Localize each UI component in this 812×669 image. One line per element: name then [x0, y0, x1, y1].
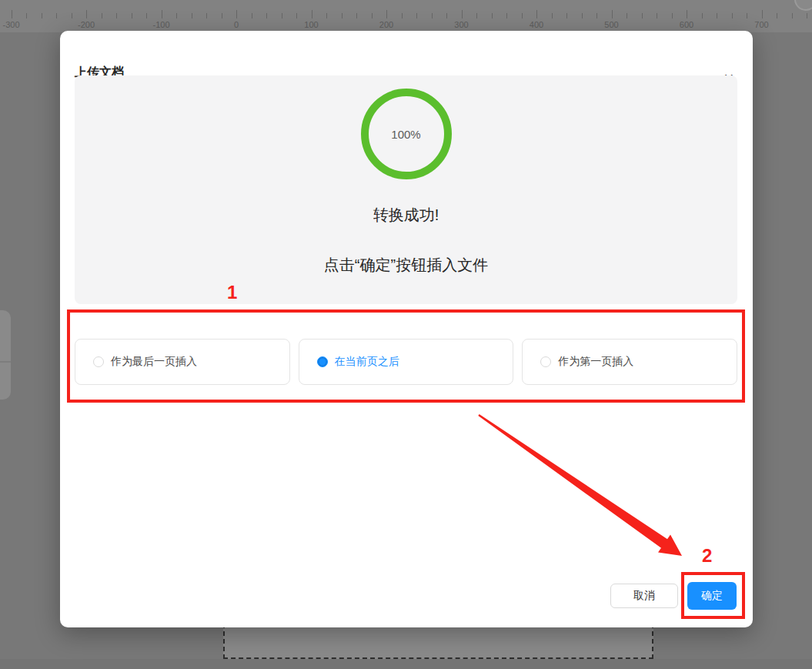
confirm-button[interactable]: 确定	[687, 582, 737, 610]
option-label: 在当前页之后	[335, 355, 399, 369]
ruler-tick	[476, 13, 477, 18]
ruler-tick	[282, 13, 282, 18]
ruler-tick	[807, 13, 807, 18]
ruler-tick	[522, 13, 523, 18]
ruler-tick-label: -100	[152, 20, 169, 29]
ruler-tick	[12, 10, 12, 18]
ruler-tick	[536, 10, 537, 18]
option-label: 作为第一页插入	[558, 355, 633, 369]
ruler-tick	[162, 10, 162, 18]
ruler-tick	[356, 13, 357, 18]
ruler-tick	[612, 10, 613, 18]
canvas-bottom-strip	[0, 659, 812, 669]
radio-icon[interactable]	[540, 356, 551, 367]
instruction-text: 点击“确定”按钮插入文件	[324, 255, 488, 276]
insert-option-last-page[interactable]: 作为最后一页插入	[75, 339, 290, 385]
ruler-tick	[627, 13, 627, 18]
ruler-tick	[192, 13, 192, 18]
conversion-result-panel: 100% 转换成功! 点击“确定”按钮插入文件	[75, 75, 737, 304]
ruler-tick	[56, 13, 57, 18]
ruler-tick	[132, 13, 132, 18]
ruler-tick	[342, 13, 343, 18]
ruler-tick	[312, 10, 312, 18]
ruler-tick-label: -300	[2, 20, 19, 29]
ruler-tick	[116, 13, 117, 18]
ruler-tick	[372, 13, 373, 18]
ruler-tick	[642, 13, 643, 18]
ruler-tick	[566, 13, 567, 18]
cancel-button[interactable]: 取消	[610, 584, 678, 608]
horizontal-ruler: -300-200-1000100200300400500600700	[0, 0, 812, 32]
ruler-tick	[266, 13, 267, 18]
progress-ring: 100%	[360, 88, 453, 180]
dialog-footer: 取消 确定	[610, 582, 737, 610]
ruler-tick	[326, 13, 327, 18]
ruler-tick	[657, 13, 657, 18]
ruler-tick-label: 200	[379, 20, 393, 29]
ruler-tick	[252, 13, 252, 18]
progress-percent: 100%	[360, 88, 453, 180]
ruler-tick	[462, 10, 463, 18]
ruler-tick	[747, 13, 747, 18]
left-panel-divider	[0, 361, 11, 363]
ruler-tick	[582, 13, 583, 18]
ruler-tick	[717, 13, 717, 18]
ruler-tick	[777, 13, 777, 18]
insert-option-first-page[interactable]: 作为第一页插入	[522, 339, 737, 385]
ruler-tick-label: 500	[604, 20, 618, 29]
ruler-tick	[432, 13, 433, 18]
ruler-tick	[176, 13, 177, 18]
ruler-tick	[552, 13, 553, 18]
ruler-tick	[236, 10, 237, 18]
insert-option-after-current[interactable]: 在当前页之后	[299, 339, 514, 385]
ruler-tick	[42, 13, 42, 18]
ruler-tick	[762, 10, 763, 18]
ruler-tick	[732, 13, 733, 18]
ruler-tick	[702, 13, 703, 18]
dialog-header: 上传文档 ✕	[60, 31, 753, 80]
ruler-tick	[26, 13, 27, 18]
left-panel-edge	[0, 310, 11, 400]
option-label: 作为最后一页插入	[111, 355, 197, 369]
ruler-tick	[296, 13, 297, 18]
ruler-tick-label: 400	[530, 20, 543, 29]
ruler-tick	[402, 13, 403, 18]
ruler-tick	[596, 13, 597, 18]
ruler-tick	[222, 13, 222, 18]
upload-document-dialog: 上传文档 ✕ 100% 转换成功! 点击“确定”按钮插入文件 插入位置选择 作为…	[60, 31, 753, 627]
ruler-tick	[206, 13, 207, 18]
ruler-tick	[446, 13, 447, 18]
ruler-tick	[102, 13, 102, 18]
ruler-tick	[416, 13, 417, 18]
radio-icon[interactable]	[93, 356, 104, 367]
ruler-tick-label: -200	[78, 20, 95, 29]
ruler-tick	[72, 13, 72, 18]
insert-position-options: 作为最后一页插入在当前页之后作为第一页插入	[75, 339, 737, 385]
ruler-tick	[506, 13, 507, 18]
ruler-tick	[792, 13, 793, 18]
ruler-tick-label: 0	[234, 20, 239, 29]
radio-icon[interactable]	[317, 356, 328, 367]
ruler-tick	[672, 13, 673, 18]
ruler-tick	[492, 13, 493, 18]
ruler-tick	[687, 10, 687, 18]
status-message: 转换成功!	[373, 205, 439, 226]
ruler-tick	[146, 13, 147, 18]
ruler-tick	[386, 10, 387, 18]
ruler-tick-label: 300	[454, 20, 468, 29]
ruler-tick-label: 600	[680, 20, 693, 29]
ruler-tick-label: 700	[754, 20, 768, 29]
ruler-tick-label: 100	[304, 20, 318, 29]
ruler-tick	[86, 10, 87, 18]
